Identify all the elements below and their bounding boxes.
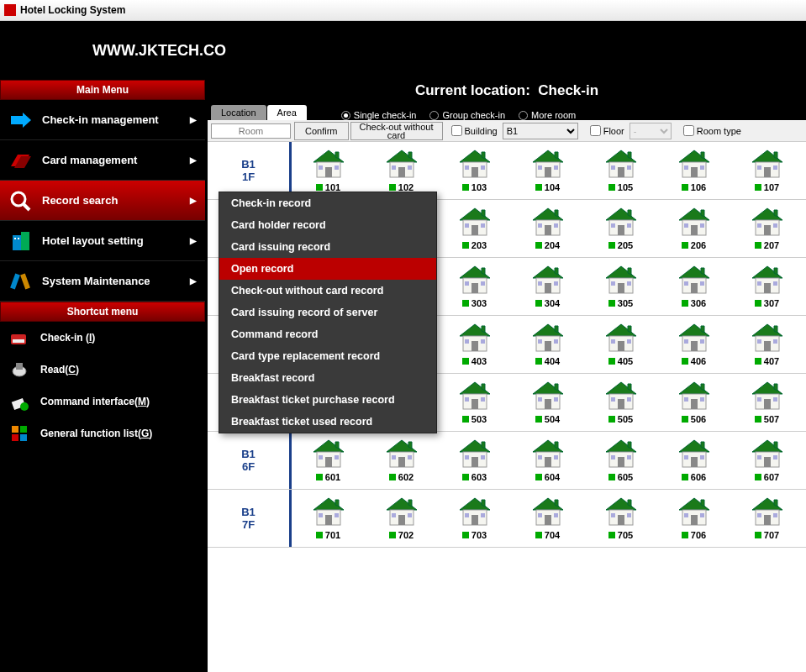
svg-rect-222 — [691, 399, 698, 409]
svg-rect-37 — [465, 165, 469, 170]
room-cell[interactable]: 104 — [511, 149, 584, 192]
room-cell[interactable]: 604 — [511, 438, 584, 482]
room-cell[interactable]: 706 — [657, 496, 730, 540]
sidebar-item-hotel-layout-setting[interactable]: Hotel layout setting▶ — [0, 221, 205, 261]
room-cell[interactable]: 705 — [584, 496, 657, 540]
room-cell[interactable]: 702 — [365, 496, 438, 540]
svg-rect-42 — [545, 167, 551, 177]
room-cell[interactable]: 701 — [292, 496, 365, 540]
room-cell[interactable]: 406 — [657, 323, 730, 366]
room-cell[interactable]: 404 — [511, 323, 584, 366]
room-cell[interactable]: 103 — [438, 149, 511, 192]
floor-label: B11F — [208, 142, 292, 199]
radio-more-room[interactable]: More room — [519, 110, 576, 120]
svg-rect-272 — [773, 455, 777, 459]
submenu-item-card-issuing-record[interactable]: Card issuing record — [219, 236, 436, 258]
sidebar-item-card-management[interactable]: Card management▶ — [0, 140, 205, 181]
room-cell[interactable]: 206 — [657, 207, 730, 250]
sidebar-item-label: Hotel layout setting — [42, 234, 144, 247]
room-cell[interactable]: 602 — [365, 438, 438, 482]
room-number: 405 — [608, 356, 633, 366]
house-icon — [603, 438, 640, 469]
tab-location[interactable]: Location — [211, 105, 266, 120]
room-cell[interactable]: 503 — [438, 381, 511, 424]
room-cell[interactable]: 505 — [584, 381, 657, 424]
submenu-item-card-type-replacement-record[interactable]: Card type replacement record — [219, 345, 436, 367]
shortcut-g[interactable]: General function list(G) — [0, 417, 205, 449]
svg-marker-45 — [555, 152, 558, 159]
room-cell[interactable]: 403 — [438, 323, 511, 366]
room-cell[interactable]: 204 — [511, 207, 584, 250]
room-cell[interactable]: 606 — [657, 438, 730, 482]
submenu-item-card-holder-record[interactable]: Card holder record — [219, 214, 436, 236]
room-cell[interactable]: 304 — [511, 265, 584, 308]
room-cell[interactable]: 607 — [730, 438, 803, 482]
svg-rect-44 — [554, 165, 558, 170]
room-cell[interactable]: 506 — [657, 381, 730, 424]
svg-point-4 — [12, 192, 25, 206]
radio-dot-icon — [429, 111, 439, 120]
room-cell[interactable]: 306 — [657, 265, 730, 308]
roomtype-checkbox[interactable]: Room type — [683, 125, 741, 136]
room-cell[interactable]: 707 — [730, 496, 803, 540]
submenu-item-open-record[interactable]: Open record — [219, 258, 436, 280]
room-input[interactable] — [211, 123, 291, 139]
svg-rect-139 — [684, 281, 688, 286]
room-cell[interactable]: 405 — [584, 323, 657, 366]
shortcut-i[interactable]: Check-in (I) — [0, 322, 205, 354]
room-cell[interactable]: 507 — [730, 381, 803, 424]
submenu-item-breakfast-ticket-used-record[interactable]: Breakfast ticket used record — [219, 411, 436, 433]
submenu-item-check-out-without-card-record[interactable]: Check-out without card record — [219, 280, 436, 302]
chevron-right-icon: ▶ — [190, 115, 197, 124]
room-cell[interactable]: 703 — [438, 496, 511, 540]
svg-marker-303 — [628, 500, 631, 507]
room-cell[interactable]: 605 — [584, 438, 657, 482]
svg-marker-82 — [533, 208, 563, 220]
svg-marker-147 — [774, 268, 777, 275]
room-cell[interactable]: 105 — [584, 149, 657, 192]
submenu-item-check-in-record[interactable]: Check-in record — [219, 192, 436, 214]
room-cell[interactable]: 305 — [584, 265, 657, 308]
confirm-button[interactable]: Confirm — [294, 122, 349, 140]
room-cell[interactable]: 303 — [438, 265, 511, 308]
titlebar: Hotel Locking System — [0, 0, 806, 21]
submenu-item-breakfast-ticket-purchase-record[interactable]: Breakfast ticket purchase record — [219, 389, 436, 411]
house-icon — [529, 207, 566, 237]
shortcut-m[interactable]: Command interface(M) — [0, 386, 205, 417]
tab-area[interactable]: Area — [267, 105, 307, 120]
checkin-mode-radios: Single check-inGroup check-inMore room — [341, 110, 586, 120]
radio-group-check-in[interactable]: Group check-in — [429, 110, 505, 120]
shortcut-c[interactable]: Read(C) — [0, 354, 205, 386]
sidebar-item-check-in-management[interactable]: Check-in management▶ — [0, 100, 205, 140]
floor-checkbox[interactable]: Floor — [590, 125, 624, 136]
svg-rect-212 — [554, 397, 558, 402]
room-cell[interactable]: 207 — [730, 207, 803, 250]
header-url: WWW.JKTECH.CO — [92, 42, 226, 60]
room-number: 106 — [682, 182, 706, 192]
room-cell[interactable]: 704 — [511, 496, 584, 540]
room-cell[interactable]: 101 — [292, 149, 365, 192]
room-cell[interactable]: 603 — [438, 438, 511, 482]
svg-rect-56 — [700, 165, 704, 170]
room-cell[interactable]: 407 — [730, 323, 803, 366]
room-cell[interactable]: 102 — [365, 149, 438, 192]
radio-single-check-in[interactable]: Single check-in — [341, 110, 417, 120]
house-icon — [529, 438, 566, 469]
sidebar-item-record-search[interactable]: Record search▶ — [0, 181, 205, 221]
room-cell[interactable]: 107 — [730, 149, 803, 192]
submenu-item-command-record[interactable]: Command record — [219, 323, 436, 345]
building-checkbox[interactable]: Building — [451, 125, 498, 136]
svg-rect-84 — [545, 225, 551, 235]
submenu-item-card-issuing-record-of-server[interactable]: Card issuing record of server — [219, 302, 436, 323]
room-number: 605 — [608, 472, 633, 482]
room-cell[interactable]: 205 — [584, 207, 657, 250]
room-cell[interactable]: 307 — [730, 265, 803, 308]
building-select[interactable]: B1 — [503, 123, 578, 139]
room-cell[interactable]: 106 — [657, 149, 730, 192]
submenu-item-breakfast-record[interactable]: Breakfast record — [219, 367, 436, 389]
room-cell[interactable]: 203 — [438, 207, 511, 250]
room-cell[interactable]: 504 — [511, 381, 584, 424]
checkout-without-card-button[interactable]: Check-out without card — [350, 122, 443, 140]
room-cell[interactable]: 601 — [292, 438, 365, 482]
sidebar-item-system-maintenance[interactable]: System Maintenance▶ — [0, 261, 205, 302]
